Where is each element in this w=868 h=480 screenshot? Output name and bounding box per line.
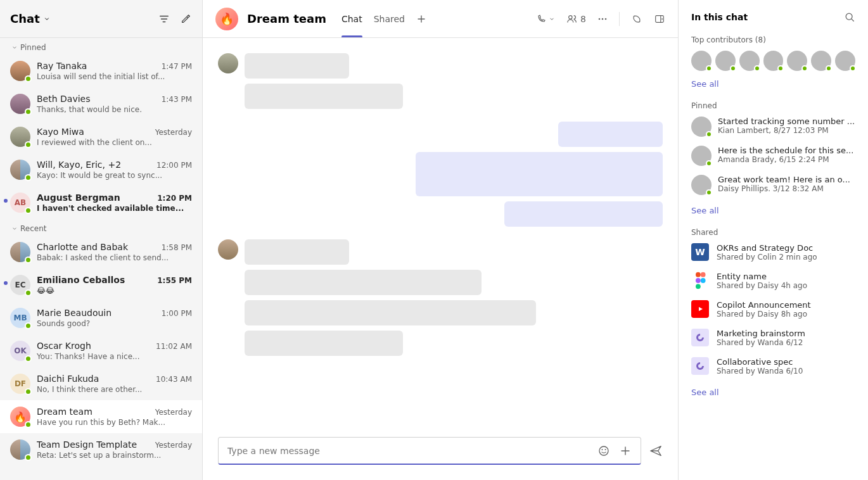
shared-file[interactable]: Marketing brainstormShared by Wanda 6/12 bbox=[691, 329, 855, 347]
emoji-button[interactable] bbox=[597, 445, 610, 457]
compose-field[interactable] bbox=[218, 437, 641, 465]
message-input[interactable] bbox=[227, 446, 590, 456]
shared-meta: Shared by Daisy 4h ago bbox=[717, 281, 807, 290]
shared-file[interactable]: Copilot AnnouncementShared by Daisy 8h a… bbox=[691, 300, 855, 319]
send-button[interactable] bbox=[649, 444, 663, 458]
chat-item-time: Yesterday bbox=[155, 408, 192, 417]
avatar[interactable] bbox=[787, 51, 807, 71]
pinned-message[interactable]: Great work team! Here is an o...Daisy Ph… bbox=[691, 175, 855, 195]
chat-item-time: 1:58 PM bbox=[162, 243, 192, 252]
svg-point-1 bbox=[599, 18, 601, 20]
attach-button[interactable] bbox=[619, 445, 632, 457]
right-panel-title: In this chat bbox=[691, 12, 748, 22]
svg-point-2 bbox=[602, 18, 604, 20]
filter-button[interactable] bbox=[158, 13, 170, 25]
pinned-meta: Amanda Brady, 6/15 2:24 PM bbox=[718, 155, 855, 164]
chevron-down-icon bbox=[549, 16, 555, 22]
section-label-text: Recent bbox=[20, 224, 46, 233]
tab-shared[interactable]: Shared bbox=[374, 0, 405, 37]
svg-point-0 bbox=[569, 15, 572, 18]
people-icon bbox=[566, 13, 578, 25]
new-chat-button[interactable] bbox=[179, 13, 192, 25]
chat-item-preview: You: Thanks! Have a nice... bbox=[37, 352, 192, 361]
pinned-title: Great work team! Here is an o... bbox=[718, 175, 855, 184]
chat-list-item[interactable]: ABAugust Bergman1:20 PMI haven't checked… bbox=[0, 186, 202, 219]
svg-point-9 bbox=[605, 449, 606, 450]
message-bubble[interactable] bbox=[245, 300, 536, 325]
message-avatar bbox=[218, 53, 238, 73]
chat-list-item[interactable]: Ray Tanaka1:47 PMLouisa will send the in… bbox=[0, 54, 202, 87]
avatar bbox=[691, 175, 712, 195]
message-bubble[interactable] bbox=[416, 152, 663, 196]
chat-list-item[interactable]: OKOscar Krogh11:02 AMYou: Thanks! Have a… bbox=[0, 334, 202, 367]
chat-item-name: Ray Tanaka bbox=[37, 61, 87, 71]
chat-list-item[interactable]: DFDaichi Fukuda10:43 AMNo, I think there… bbox=[0, 367, 202, 400]
pinned-section-header[interactable]: Pinned bbox=[0, 38, 202, 54]
add-tab-button[interactable] bbox=[416, 14, 426, 24]
avatar bbox=[10, 439, 30, 460]
shared-meta: Shared by Wanda 6/10 bbox=[717, 367, 803, 376]
message-bubble[interactable] bbox=[558, 122, 663, 147]
message-bubble[interactable] bbox=[245, 53, 349, 79]
panel-title: Chat bbox=[10, 12, 40, 25]
participants-button[interactable]: 8 bbox=[566, 13, 586, 25]
chat-item-preview: I reviewed with the client on... bbox=[37, 138, 192, 147]
chat-list-item[interactable]: Kayo MiwaYesterdayI reviewed with the cl… bbox=[0, 120, 202, 153]
chat-dropdown[interactable]: Chat bbox=[10, 12, 50, 25]
search-icon bbox=[844, 11, 855, 23]
panel-search-button[interactable] bbox=[844, 11, 855, 23]
pinned-message[interactable]: Started tracking some number ...Kian Lam… bbox=[691, 117, 855, 137]
loop-icon bbox=[691, 329, 709, 346]
see-all-pinned[interactable]: See all bbox=[691, 206, 719, 215]
see-all-shared[interactable]: See all bbox=[691, 388, 719, 397]
svg-point-12 bbox=[701, 272, 706, 277]
more-options-button[interactable] bbox=[597, 14, 608, 24]
chat-item-name: Kayo Miwa bbox=[37, 127, 84, 137]
pinned-message[interactable]: Here is the schedule for this se...Amand… bbox=[691, 146, 855, 166]
chat-list-item[interactable]: MBMarie Beaudouin1:00 PMSounds good? bbox=[0, 301, 202, 334]
chat-item-time: Yesterday bbox=[155, 128, 192, 137]
avatar[interactable] bbox=[715, 51, 736, 71]
avatar bbox=[10, 94, 30, 114]
chat-item-time: 11:02 AM bbox=[156, 342, 192, 351]
panel-toggle-button[interactable] bbox=[654, 13, 665, 25]
pinned-meta: Kian Lambert, 8/27 12:03 PM bbox=[718, 126, 855, 135]
chat-list-item[interactable]: ECEmiliano Ceballos1:55 PM😂😂 bbox=[0, 268, 202, 301]
chat-list-item[interactable]: Beth Davies1:43 PMThanks, that would be … bbox=[0, 87, 202, 120]
chat-list-item[interactable]: 🔥Dream teamYesterdayHave you run this by… bbox=[0, 400, 202, 433]
avatar[interactable] bbox=[811, 51, 831, 71]
avatar[interactable] bbox=[739, 51, 760, 71]
chat-list-item[interactable]: Charlotte and Babak1:58 PMBabak: I asked… bbox=[0, 236, 202, 268]
message-bubble[interactable] bbox=[245, 84, 403, 109]
shared-file[interactable]: WOKRs and Strategy DocShared by Colin 2 … bbox=[691, 243, 855, 262]
shared-file[interactable]: Collaborative specShared by Wanda 6/10 bbox=[691, 357, 855, 376]
message-bubble[interactable] bbox=[504, 201, 663, 227]
message-bubble[interactable] bbox=[245, 239, 349, 265]
section-label-text: Pinned bbox=[20, 43, 46, 52]
avatar[interactable] bbox=[763, 51, 784, 71]
tab-chat[interactable]: Chat bbox=[341, 0, 362, 37]
chat-avatar: 🔥 bbox=[215, 8, 238, 30]
chat-item-name: Team Design Template bbox=[37, 439, 137, 450]
recent-section-header[interactable]: Recent bbox=[0, 219, 202, 236]
avatar[interactable] bbox=[835, 51, 855, 71]
chat-item-time: Yesterday bbox=[155, 441, 192, 450]
chat-item-name: Daichi Fukuda bbox=[37, 374, 99, 384]
copilot-button[interactable] bbox=[631, 13, 642, 25]
svg-point-11 bbox=[696, 272, 701, 277]
avatar[interactable] bbox=[691, 51, 712, 71]
chat-list-item[interactable]: Team Design TemplateYesterdayReta: Let's… bbox=[0, 433, 202, 466]
youtube-icon bbox=[691, 300, 709, 318]
chat-list-item[interactable]: Will, Kayo, Eric, +212:00 PMKayo: It wou… bbox=[0, 153, 202, 186]
message-bubble[interactable] bbox=[245, 270, 482, 295]
see-all-contributors[interactable]: See all bbox=[691, 79, 719, 89]
chat-item-time: 1:43 PM bbox=[162, 95, 192, 104]
participants-count: 8 bbox=[580, 14, 586, 24]
chat-item-name: Charlotte and Babak bbox=[37, 242, 128, 252]
call-button[interactable] bbox=[536, 14, 555, 24]
plus-icon bbox=[416, 14, 426, 24]
svg-point-14 bbox=[701, 278, 706, 283]
message-list bbox=[203, 38, 678, 428]
message-bubble[interactable] bbox=[245, 331, 403, 356]
shared-file[interactable]: Entity nameShared by Daisy 4h ago bbox=[691, 272, 855, 290]
